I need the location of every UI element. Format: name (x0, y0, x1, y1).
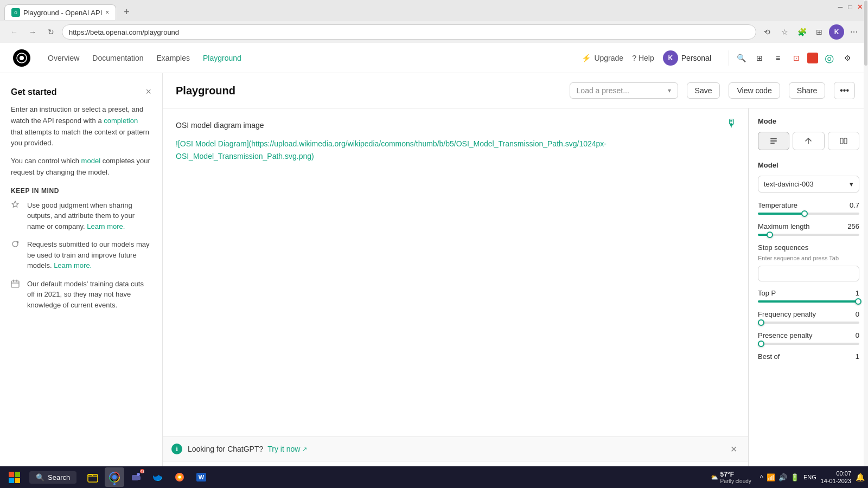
more-options-button[interactable]: ••• (834, 82, 855, 99)
right-panel-settings[interactable]: ⚙ (840, 50, 855, 66)
right-panel-btn3[interactable]: ≡ (770, 50, 786, 66)
start-button[interactable] (3, 467, 25, 487)
scrollbar[interactable] (864, 108, 868, 466)
stop-sequences-section: Stop sequences Enter sequence and press … (758, 243, 859, 281)
taskbar-right: ⛅ 57°F Partly cloudy ^ 📶 🔊 🔋 ENG 00:07 1… (706, 470, 865, 485)
editor-body-text: ![OSI Model Diagram](https://upload.wiki… (176, 138, 735, 162)
sidebar-model-text: You can control which model completes yo… (11, 156, 151, 178)
maximize-button[interactable]: □ (846, 3, 854, 11)
back-button[interactable]: ← (7, 24, 22, 40)
playground-header: Playground Load a preset... ▾ Save View … (163, 73, 868, 108)
nav-links: Overview Documentation Examples Playgrou… (48, 52, 569, 65)
external-link-icon: ↗ (302, 446, 307, 453)
svg-rect-20 (136, 476, 141, 480)
learn-more-link-0[interactable]: Learn more. (87, 222, 125, 230)
top-p-value: 1 (856, 289, 859, 297)
refresh-icon (11, 240, 22, 251)
taskbar-weather: ⛅ 57°F Partly cloudy (706, 471, 756, 484)
clock[interactable]: 00:07 14-01-2023 (821, 470, 851, 485)
address-bar[interactable] (62, 24, 756, 40)
top-navigation: Overview Documentation Examples Playgrou… (0, 43, 868, 73)
volume-icon: 🔊 (778, 473, 787, 481)
try-it-now-link[interactable]: Try it now ↗ (267, 445, 307, 453)
stop-sequences-hint: Enter sequence and press Tab (758, 255, 859, 261)
chevron-down-icon: ▾ (850, 180, 853, 188)
nav-examples[interactable]: Examples (157, 52, 190, 65)
sys-tray: ^ 📶 🔊 🔋 (760, 473, 799, 481)
reload-button[interactable]: ↻ (43, 24, 59, 40)
taskbar-apps: 43 W (83, 467, 211, 487)
right-panel-search[interactable]: 🔍 (733, 50, 749, 66)
frequency-penalty-label: Frequency penalty (758, 310, 816, 318)
search-icon: 🔍 (36, 473, 44, 481)
translate-button[interactable]: ⟲ (760, 24, 775, 40)
temperature-value: 0.7 (850, 201, 859, 209)
sidebar-close-button[interactable]: × (145, 86, 151, 98)
svg-point-3 (20, 56, 24, 60)
taskbar-teams[interactable]: 43 (126, 467, 146, 487)
mode-edit-button[interactable] (828, 132, 859, 150)
model-link[interactable]: model (81, 157, 100, 165)
editor-area: 🎙 OSI model diagram image ![OSI Model Di… (163, 108, 749, 488)
minimize-button[interactable]: ─ (837, 3, 844, 11)
tab-close-btn[interactable]: × (105, 9, 109, 16)
svg-rect-9 (840, 138, 843, 144)
svg-rect-13 (9, 478, 14, 483)
taskbar-chrome[interactable] (105, 467, 124, 487)
view-code-button[interactable]: View code (729, 82, 780, 99)
forward-button[interactable]: → (25, 24, 40, 40)
save-button[interactable]: Save (687, 82, 720, 99)
nav-playground[interactable]: Playground (203, 52, 241, 65)
nav-documentation[interactable]: Documentation (92, 52, 143, 65)
right-panel-btn2[interactable]: ⊞ (752, 50, 767, 66)
chevron-icon[interactable]: ^ (760, 473, 763, 481)
nav-right: ⚡ Upgrade ? Help K Personal (582, 50, 711, 66)
load-preset-dropdown[interactable]: Load a preset... ▾ (570, 82, 678, 99)
running-indicator (113, 483, 116, 485)
upgrade-button[interactable]: ⚡ Upgrade (582, 54, 623, 62)
temperature-label: Temperature (758, 201, 797, 209)
nav-overview[interactable]: Overview (48, 52, 79, 65)
right-panel-office[interactable]: ⊡ (789, 50, 804, 66)
clock-date: 14-01-2023 (821, 477, 851, 485)
model-dropdown[interactable]: text-davinci-003 ▾ (758, 176, 859, 192)
stop-sequences-input[interactable] (758, 266, 859, 281)
extensions-button[interactable]: 🧩 (794, 24, 809, 40)
browser-profile-button[interactable]: K (829, 24, 844, 40)
active-tab[interactable]: O Playground - OpenAI API × (4, 4, 116, 20)
svg-text:W: W (199, 474, 205, 480)
bookmarks-button[interactable]: ⊞ (812, 24, 827, 40)
menu-button[interactable]: ⋯ (846, 24, 861, 40)
mode-insert-button[interactable] (793, 132, 824, 150)
editor-empty-space[interactable] (176, 162, 735, 325)
share-button[interactable]: Share (789, 82, 825, 99)
new-tab-button[interactable]: + (118, 3, 135, 21)
svg-rect-7 (770, 140, 777, 142)
clock-time: 00:07 (821, 470, 851, 477)
editor-content: 🎙 OSI model diagram image ![OSI Model Di… (163, 108, 748, 436)
right-panel-btn5[interactable]: ◎ (821, 50, 837, 66)
help-button[interactable]: ? Help (632, 54, 654, 62)
banner-close-button[interactable]: ✕ (728, 444, 739, 454)
taskbar-firefox[interactable] (170, 467, 189, 487)
close-window-button[interactable]: ✕ (856, 3, 864, 11)
notification-button[interactable]: 🔔 (856, 473, 865, 481)
model-label: Model (758, 161, 859, 169)
star-button[interactable]: ☆ (777, 24, 792, 40)
learn-more-link-1[interactable]: Learn more. (54, 261, 92, 269)
taskbar-file-manager[interactable] (83, 467, 103, 487)
taskbar-edge[interactable] (148, 467, 168, 487)
teams-badge: 43 (140, 469, 144, 473)
model-section: Model text-davinci-003 ▾ (758, 161, 859, 192)
sidebar-item-0-text: Use good judgment when sharing outputs, … (27, 200, 151, 232)
taskbar-word[interactable]: W (192, 467, 211, 487)
wifi-icon: 📶 (767, 473, 775, 481)
completion-link[interactable]: completion (104, 117, 138, 125)
personal-button[interactable]: K Personal (663, 50, 711, 66)
taskbar-search-button[interactable]: 🔍 Search (29, 471, 76, 484)
microphone-button[interactable]: 🎙 (726, 117, 737, 130)
mode-complete-button[interactable] (758, 132, 789, 150)
weather-icon: ⛅ (711, 474, 718, 481)
sidebar-item-1-text: Requests submitted to our models may be … (27, 239, 151, 271)
sidebar-item-2-text: Our default models' training data cuts o… (27, 279, 151, 311)
